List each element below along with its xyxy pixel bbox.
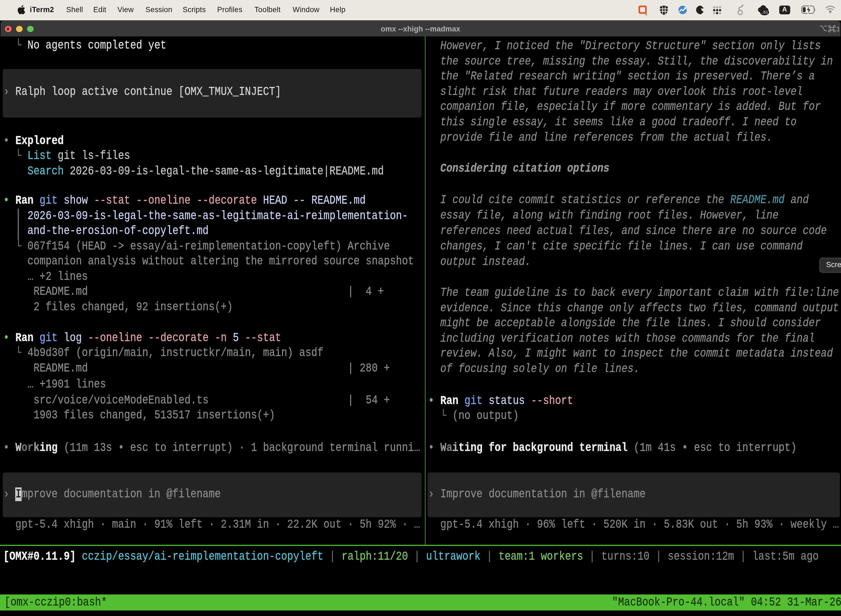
svg-text:1: 1 bbox=[836, 25, 840, 32]
svg-text:..61: ..61 bbox=[761, 10, 768, 14]
